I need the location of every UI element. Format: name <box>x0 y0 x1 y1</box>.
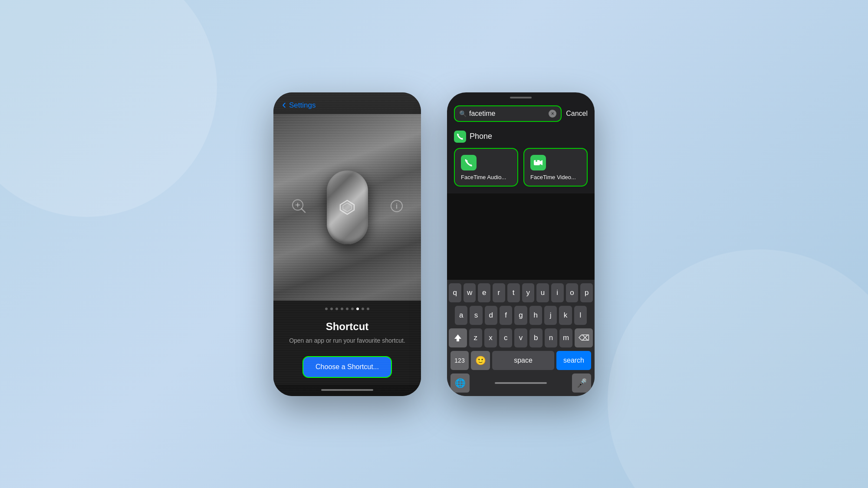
key-t[interactable]: t <box>507 283 520 302</box>
svg-marker-11 <box>454 334 461 341</box>
key-y[interactable]: y <box>522 283 535 302</box>
key-p[interactable]: p <box>580 283 593 302</box>
drag-handle <box>510 97 532 98</box>
key-b[interactable]: b <box>529 328 542 347</box>
key-g[interactable]: g <box>514 306 527 325</box>
back-label: Settings <box>289 101 316 110</box>
home-indicator <box>495 382 547 384</box>
choose-shortcut-button[interactable]: Choose a Shortcut... <box>302 356 392 378</box>
backspace-key[interactable]: ⌫ <box>575 328 593 347</box>
facetime-video-card[interactable]: FaceTime Video... <box>523 148 588 187</box>
key-k[interactable]: k <box>559 306 572 325</box>
dot-4 <box>341 308 343 310</box>
search-input-wrap[interactable]: 🔍 facetime × <box>454 105 562 122</box>
key-m[interactable]: m <box>559 328 572 347</box>
search-key[interactable]: search <box>556 351 591 370</box>
svg-line-3 <box>302 209 305 212</box>
keyboard: q w e r t y u i o p a s d f g h j k l <box>447 280 595 396</box>
key-o[interactable]: o <box>566 283 579 302</box>
key-i[interactable]: i <box>551 283 564 302</box>
search-input-value[interactable]: facetime <box>469 110 546 118</box>
emoji-key[interactable]: 🙂 <box>471 351 490 370</box>
key-d[interactable]: d <box>485 306 497 325</box>
svg-marker-7 <box>343 203 352 212</box>
home-indicator <box>321 389 373 391</box>
search-results-area <box>447 193 595 280</box>
keyboard-bottom-row: 123 🙂 space search <box>449 351 593 370</box>
facetime-audio-card[interactable]: FaceTime Audio... <box>454 148 518 187</box>
dot-9 <box>367 308 369 310</box>
dot-3 <box>335 308 338 310</box>
shift-key[interactable] <box>449 328 467 347</box>
key-w[interactable]: w <box>464 283 476 302</box>
svg-marker-6 <box>340 200 354 214</box>
svg-point-10 <box>536 160 537 162</box>
key-r[interactable]: r <box>493 283 505 302</box>
space-key[interactable]: space <box>492 351 554 370</box>
key-v[interactable]: v <box>514 328 527 347</box>
dot-8 <box>362 308 364 310</box>
dot-5 <box>346 308 349 310</box>
svg-marker-9 <box>540 160 542 165</box>
key-f[interactable]: f <box>500 306 512 325</box>
phone-section-label: Phone <box>470 132 492 141</box>
left-phone: Settings i <box>273 92 421 396</box>
shortcut-title: Shortcut <box>326 321 369 333</box>
svg-text:i: i <box>396 203 398 210</box>
facetime-video-label: FaceTime Video... <box>530 174 581 180</box>
dot-2 <box>330 308 333 310</box>
keyboard-utility-row: 🌐 🎤 <box>449 373 593 394</box>
facetime-cards: FaceTime Audio... FaceTime Video... <box>447 146 595 193</box>
right-phone: 🔍 facetime × Cancel Phone FaceTime Audio… <box>447 92 595 396</box>
search-bar-row: 🔍 facetime × Cancel <box>447 102 595 125</box>
facetime-audio-label: FaceTime Audio... <box>461 174 511 180</box>
keyboard-row-1: q w e r t y u i o p <box>449 283 593 302</box>
globe-key[interactable]: 🌐 <box>450 373 470 393</box>
keyboard-row-3: z x c v b n m ⌫ <box>449 328 593 347</box>
zoom-in-icon <box>291 198 306 216</box>
key-u[interactable]: u <box>536 283 549 302</box>
info-icon: i <box>390 199 404 216</box>
clear-search-button[interactable]: × <box>549 110 556 118</box>
facetime-video-icon <box>530 155 546 170</box>
dot-6 <box>351 308 354 310</box>
key-l[interactable]: l <box>574 306 587 325</box>
key-s[interactable]: s <box>470 306 482 325</box>
key-n[interactable]: n <box>545 328 558 347</box>
search-icon: 🔍 <box>459 110 467 117</box>
back-button[interactable]: Settings <box>282 101 316 110</box>
microphone-key[interactable]: 🎤 <box>572 373 591 393</box>
key-z[interactable]: z <box>469 328 482 347</box>
shortcut-button-pill <box>327 170 368 244</box>
page-dots <box>325 308 369 310</box>
numbers-key[interactable]: 123 <box>450 351 469 370</box>
key-a[interactable]: a <box>455 306 467 325</box>
key-h[interactable]: h <box>529 306 542 325</box>
facetime-audio-icon <box>461 155 477 170</box>
settings-header: Settings <box>273 92 421 114</box>
phone-app-icon <box>454 131 466 143</box>
dot-7 <box>356 308 359 310</box>
dot-1 <box>325 308 328 310</box>
chevron-left-icon <box>282 101 287 110</box>
cancel-button[interactable]: Cancel <box>566 110 588 118</box>
key-q[interactable]: q <box>449 283 461 302</box>
key-c[interactable]: c <box>499 328 512 347</box>
keyboard-row-2: a s d f g h j k l <box>449 306 593 325</box>
shortcut-description: Open an app or run your favourite shortc… <box>289 337 405 344</box>
key-j[interactable]: j <box>544 306 557 325</box>
key-e[interactable]: e <box>478 283 490 302</box>
phone-section: Phone <box>447 125 595 146</box>
key-x[interactable]: x <box>484 328 497 347</box>
